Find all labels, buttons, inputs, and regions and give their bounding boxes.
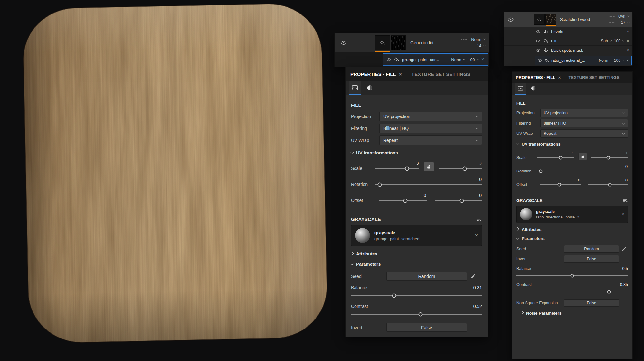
rotation-value[interactable]: 0 [625, 164, 628, 169]
viewport-wood-object[interactable] [17, 1, 342, 355]
slider-knob[interactable] [392, 294, 396, 298]
invert-toggle-button[interactable]: False [564, 255, 619, 263]
projection-dropdown[interactable]: UV projection [379, 112, 482, 121]
pencil-edit-icon[interactable] [470, 273, 476, 279]
blend-mode-dropdown[interactable]: Ovrl [618, 14, 629, 19]
visibility-eye-icon[interactable] [340, 40, 347, 46]
opacity-dropdown[interactable]: 17 [621, 20, 629, 25]
rotation-value[interactable]: 0 [479, 177, 482, 182]
effect-blend-dropdown[interactable]: Sub [601, 39, 611, 43]
contrast-slider[interactable] [516, 288, 628, 295]
slider-knob[interactable] [608, 183, 611, 187]
contrast-value[interactable]: 0.85 [620, 282, 628, 287]
visibility-eye-icon[interactable] [386, 57, 391, 62]
close-tab-icon[interactable]: × [558, 75, 561, 79]
slider-knob[interactable] [460, 199, 464, 203]
offset-value-u[interactable]: 0 [578, 178, 580, 182]
clear-resource-button[interactable]: × [622, 212, 624, 217]
effect-opacity-dropdown[interactable]: 100 [614, 58, 624, 63]
scale-value[interactable]: 3 [416, 161, 419, 166]
mask-blend-dropdown[interactable]: Norm [451, 57, 465, 62]
tab-texture-set-settings[interactable]: TEXTURE SET SETTINGS [407, 67, 475, 81]
delete-mask-fill-button[interactable]: × [481, 57, 484, 62]
scale-slider-u[interactable]: 3 [375, 161, 419, 172]
grayscale-mode-button[interactable] [528, 83, 538, 95]
slider-knob[interactable] [571, 274, 574, 278]
slider-knob[interactable] [378, 183, 382, 187]
blend-mode-dropdown[interactable]: Norm [471, 37, 485, 42]
slider-knob[interactable] [559, 156, 562, 160]
material-mode-button[interactable] [515, 83, 526, 95]
scale-link-lock-button[interactable] [578, 153, 587, 160]
uv-transformations-header[interactable]: UV transformations [351, 150, 482, 155]
offset-slider-u[interactable]: 0 [540, 178, 581, 188]
scale-link-lock-button[interactable] [424, 162, 434, 171]
slider-knob[interactable] [403, 199, 407, 203]
uv-wrap-dropdown[interactable]: Repeat [540, 129, 628, 138]
attributes-header[interactable]: Attributes [516, 227, 628, 232]
non-square-expansion-toggle[interactable]: False [564, 299, 619, 307]
scale-slider-u[interactable]: 1 [537, 151, 574, 161]
slider-knob[interactable] [418, 312, 422, 317]
grayscale-resource-box[interactable]: grayscale grunge_paint_scratched × [351, 225, 482, 246]
visibility-eye-icon[interactable] [536, 29, 541, 34]
offset-slider-v[interactable]: 0 [588, 178, 628, 188]
filtering-dropdown[interactable]: Bilinear | HQ [540, 119, 628, 127]
mask-opacity-dropdown[interactable]: 100 [468, 57, 478, 62]
opacity-dropdown[interactable]: 14 [477, 43, 485, 48]
noise-parameters-header[interactable]: Noise Parameters [521, 311, 628, 316]
grayscale-resource-box[interactable]: grayscale ratio_directional_noise_2 × [516, 206, 628, 223]
projection-dropdown[interactable]: UV projection [540, 109, 628, 117]
empty-effect-slot-icon[interactable] [609, 16, 615, 23]
mask-row-grunge-paint[interactable]: grunge_paint_scr... Norm 100 × [383, 53, 488, 66]
parameters-header[interactable]: Parameters [351, 262, 482, 267]
filter-menu-icon[interactable] [476, 216, 482, 222]
visibility-eye-icon[interactable] [536, 48, 541, 53]
layer-row-generic-dirt[interactable]: Generic dirt Norm 14 [335, 33, 489, 52]
parameters-header[interactable]: Parameters [516, 236, 628, 241]
balance-slider[interactable] [516, 272, 628, 279]
uv-wrap-dropdown[interactable]: Repeat [379, 135, 482, 145]
slider-knob[interactable] [557, 183, 561, 187]
tab-properties-fill[interactable]: PROPERTIES - FILL × [512, 72, 564, 83]
offset-value-v[interactable]: 0 [479, 193, 482, 198]
slider-knob[interactable] [606, 156, 610, 160]
slider-knob[interactable] [462, 167, 467, 171]
scale-slider-v[interactable]: 1 [591, 151, 628, 161]
tab-texture-set-settings[interactable]: TEXTURE SET SETTINGS [564, 72, 623, 83]
delete-effect-button[interactable]: × [627, 48, 629, 52]
layer-mask-thumbnail[interactable] [545, 14, 556, 25]
seed-random-button[interactable]: Random [386, 272, 467, 281]
layer-content-thumbnail[interactable] [375, 35, 390, 50]
invert-toggle-button[interactable]: False [386, 323, 467, 332]
uv-transformations-header[interactable]: UV transformations [516, 142, 628, 147]
rotation-slider[interactable]: 0 [375, 177, 482, 188]
delete-effect-button[interactable]: × [626, 58, 629, 63]
seed-random-button[interactable]: Random [564, 245, 619, 253]
layer-content-thumbnail[interactable] [534, 14, 545, 25]
filter-menu-icon[interactable] [622, 198, 628, 203]
slider-knob[interactable] [539, 170, 543, 173]
attributes-header[interactable]: Attributes [351, 251, 482, 256]
scale-slider-v[interactable]: 3 [439, 161, 482, 172]
effect-row-levels[interactable]: Levels × [504, 27, 632, 36]
scale-value[interactable]: 1 [572, 151, 574, 155]
pencil-edit-icon[interactable] [622, 246, 627, 251]
balance-value[interactable]: 0.31 [473, 285, 482, 290]
effect-row-ratio-directional[interactable]: ratio_directional_... Norm 100 × [535, 56, 632, 65]
contrast-value[interactable]: 0.52 [473, 304, 482, 309]
balance-slider[interactable] [351, 292, 482, 299]
delete-effect-button[interactable]: × [627, 39, 629, 43]
filtering-dropdown[interactable]: Bilinear | HQ [379, 124, 482, 133]
slider-knob[interactable] [607, 290, 611, 294]
material-mode-button[interactable] [349, 81, 361, 95]
effect-row-black-spots-mask[interactable]: black spots mask × [504, 46, 632, 55]
layer-row-scratched-wood[interactable]: Scratched wood Ovrl 17 [504, 12, 632, 27]
offset-slider-u[interactable]: 0 [379, 193, 427, 204]
visibility-eye-icon[interactable] [507, 16, 514, 23]
balance-value[interactable]: 0.5 [622, 266, 628, 271]
close-tab-icon[interactable]: × [399, 72, 402, 77]
effect-blend-dropdown[interactable]: Norm [599, 58, 611, 63]
clear-resource-button[interactable]: × [475, 233, 478, 238]
delete-effect-button[interactable]: × [627, 29, 629, 34]
